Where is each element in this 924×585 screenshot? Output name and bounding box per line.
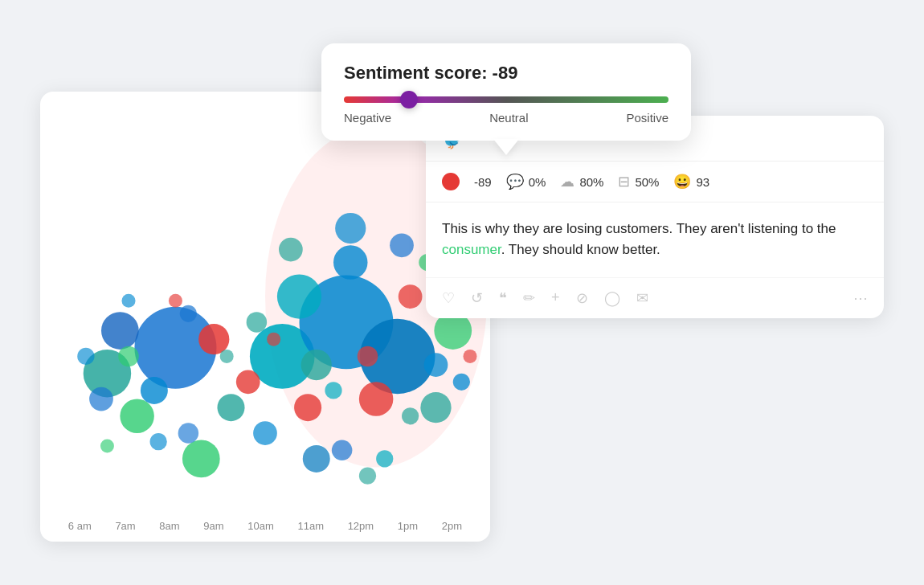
metric-comments: 💬 0% — [506, 173, 546, 190]
time-label-7am: 7am — [115, 520, 135, 532]
svg-point-25 — [325, 382, 341, 399]
comments-value: 0% — [529, 175, 546, 189]
reach-value: 50% — [635, 175, 659, 189]
tweet-actions: ♡ ↺ ❝ ✏ + ⊘ ◯ ✉ ⋯ — [426, 277, 884, 318]
svg-point-24 — [247, 312, 268, 333]
slider-label-negative: Negative — [344, 111, 391, 125]
svg-point-36 — [169, 294, 182, 308]
more-icon[interactable]: ⋯ — [853, 289, 868, 307]
svg-point-23 — [180, 305, 197, 322]
svg-point-16 — [101, 312, 139, 350]
svg-point-7 — [218, 394, 245, 421]
slider-label-positive: Positive — [626, 111, 668, 125]
svg-point-30 — [332, 440, 353, 461]
cloud-icon: ☁ — [560, 173, 574, 190]
time-label-11am: 11am — [297, 520, 324, 532]
time-label-1pm: 1pm — [398, 520, 418, 532]
time-axis: 6 am 7am 8am 9am 10am 11am 12pm 1pm 2pm — [40, 520, 490, 532]
tweet-text-2: . They should know better. — [501, 242, 660, 257]
cloud-value: 80% — [579, 175, 603, 189]
svg-point-14 — [359, 382, 394, 416]
metric-reach: ⊟ 50% — [618, 173, 659, 190]
svg-point-40 — [464, 350, 477, 363]
like-icon[interactable]: ♡ — [442, 289, 455, 307]
tweet-body: This is why they are losing customers. T… — [426, 202, 884, 277]
tag-icon[interactable]: ⊘ — [576, 289, 588, 307]
svg-point-31 — [376, 450, 393, 467]
reach-icon: ⊟ — [618, 173, 630, 190]
svg-point-44 — [220, 350, 234, 363]
sentiment-dot — [442, 173, 460, 190]
sentiment-score-value: -89 — [474, 175, 492, 189]
retweet-icon[interactable]: ↺ — [471, 289, 483, 307]
svg-point-19 — [333, 245, 368, 280]
svg-point-21 — [424, 353, 448, 377]
metric-emoji: 😀 93 — [673, 173, 709, 190]
svg-point-18 — [277, 274, 321, 318]
tweet-highlight-consumer: consumer — [442, 242, 501, 257]
svg-point-37 — [89, 387, 113, 411]
svg-point-33 — [335, 213, 366, 243]
svg-point-29 — [253, 421, 277, 445]
time-label-10am: 10am — [247, 520, 274, 532]
svg-point-10 — [182, 440, 220, 478]
time-label-12pm: 12pm — [348, 520, 374, 532]
quote-icon[interactable]: ❝ — [499, 289, 507, 307]
mail-icon[interactable]: ✉ — [636, 289, 648, 307]
comments-icon: 💬 — [506, 173, 524, 190]
comment-icon[interactable]: ◯ — [604, 289, 620, 307]
sentiment-tooltip: Sentiment score: -89 Negative Neutral Po… — [321, 43, 691, 141]
time-label-6am: 6 am — [68, 520, 92, 532]
emoji-icon: 😀 — [673, 173, 691, 190]
svg-point-47 — [100, 439, 114, 452]
svg-point-15 — [399, 284, 423, 309]
slider-label-neutral: Neutral — [489, 111, 528, 125]
sentiment-slider-track — [344, 96, 668, 103]
svg-point-32 — [390, 233, 414, 257]
slider-labels: Negative Neutral Positive — [344, 111, 668, 125]
tooltip-title: Sentiment score: -89 — [344, 63, 668, 84]
sentiment-slider-thumb — [400, 91, 418, 108]
svg-point-20 — [301, 350, 332, 380]
svg-point-42 — [303, 445, 330, 472]
time-label-9am: 9am — [203, 520, 223, 532]
svg-point-45 — [267, 333, 280, 346]
svg-point-34 — [279, 238, 303, 262]
tweet-metrics: -89 💬 0% ☁ 80% ⊟ 50% 😀 93 — [426, 162, 884, 202]
tweet-text-1: This is why they are losing customers. T… — [442, 221, 836, 236]
svg-point-22 — [453, 374, 470, 391]
svg-point-28 — [118, 346, 139, 367]
svg-point-13 — [294, 394, 321, 421]
svg-point-17 — [141, 377, 168, 404]
svg-point-9 — [420, 392, 451, 423]
edit-icon[interactable]: ✏ — [523, 289, 535, 307]
svg-point-48 — [122, 294, 136, 308]
svg-point-12 — [236, 370, 260, 394]
bubble-chart-card: 6 am 7am 8am 9am 10am 11am 12pm 1pm 2pm — [40, 92, 490, 542]
svg-point-6 — [120, 399, 154, 434]
time-label-8am: 8am — [159, 520, 179, 532]
svg-point-41 — [150, 433, 167, 450]
metric-cloud: ☁ 80% — [560, 173, 603, 190]
time-label-2pm: 2pm — [442, 520, 462, 532]
add-icon[interactable]: + — [551, 289, 560, 306]
svg-point-38 — [77, 348, 94, 365]
svg-point-43 — [359, 468, 376, 485]
svg-point-27 — [402, 407, 419, 424]
svg-point-46 — [178, 423, 199, 444]
emoji-value: 93 — [696, 175, 709, 189]
svg-point-26 — [358, 346, 378, 367]
bubble-canvas — [40, 92, 490, 501]
